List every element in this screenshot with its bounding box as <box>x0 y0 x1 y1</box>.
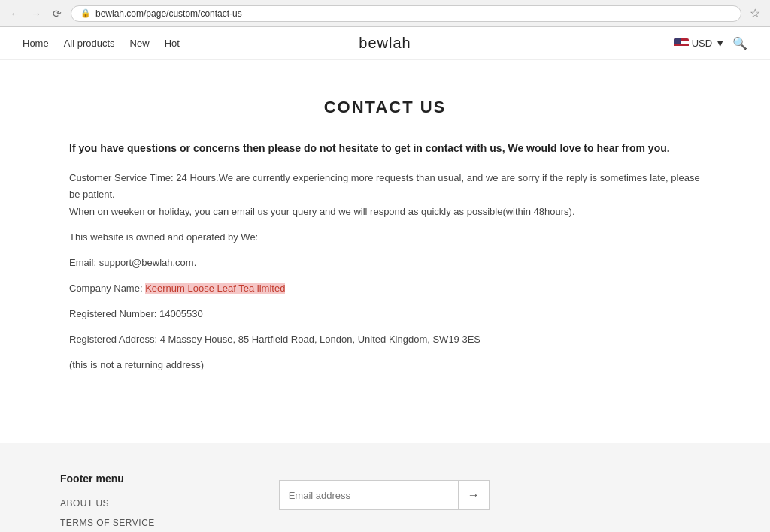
site-logo[interactable]: bewlah <box>359 35 411 52</box>
url-text: bewlah.com/page/custom/contact-us <box>95 8 242 19</box>
nav-all-products[interactable]: All products <box>64 38 115 49</box>
company-highlight: Keernum Loose Leaf Tea limited <box>145 283 285 294</box>
ownership-text: This website is owned and operated by We… <box>69 229 701 246</box>
email-form: → <box>279 480 490 510</box>
footer-menu-item[interactable]: ABOUT US <box>60 498 109 509</box>
footer-menu: Footer menu ABOUT USTERMS OF SERVICEINTE… <box>60 473 219 532</box>
registered-address-text: Registered Address: 4 Massey House, 85 H… <box>69 331 701 348</box>
footer-menu-title: Footer menu <box>60 473 219 485</box>
registered-number-text: Registered Number: 14005530 <box>69 306 701 322</box>
newsletter-section: → <box>279 473 490 510</box>
customer-service-line1: Customer Service Time: 24 Hours.We are c… <box>69 172 700 200</box>
page-title: CONTACT US <box>69 98 701 117</box>
footer-menu-item[interactable]: TERMS OF SERVICE <box>60 518 155 528</box>
footer: Footer menu ABOUT USTERMS OF SERVICEINTE… <box>0 443 770 532</box>
not-returning-text: (this is not a returning address) <box>69 357 701 373</box>
search-button[interactable]: 🔍 <box>732 36 747 50</box>
customer-service-text: Customer Service Time: 24 Hours.We are c… <box>69 170 701 219</box>
address-bar[interactable]: 🔒 bewlah.com/page/custom/contact-us <box>71 5 741 22</box>
nav-left: Home All products New Hot <box>23 38 180 49</box>
bookmark-button[interactable]: ☆ <box>747 6 762 21</box>
email-submit-button[interactable]: → <box>458 481 489 509</box>
nav-new[interactable]: New <box>130 38 150 49</box>
currency-chevron-icon: ▼ <box>715 38 725 49</box>
currency-label: USD <box>692 38 712 49</box>
nav-hot[interactable]: Hot <box>165 38 180 49</box>
back-button[interactable]: ← <box>8 6 23 21</box>
main-content: CONTACT US If you have questions or conc… <box>47 60 723 443</box>
company-label: Company Name: <box>69 283 145 294</box>
us-flag-icon <box>674 38 689 49</box>
footer-menu-list: ABOUT USTERMS OF SERVICEINTELLECTUAL PRO… <box>60 497 219 532</box>
intro-text: If you have questions or concerns then p… <box>69 140 701 156</box>
footer-inner: Footer menu ABOUT USTERMS OF SERVICEINTE… <box>60 473 710 532</box>
email-input[interactable] <box>280 481 458 509</box>
customer-service-line2: When on weeken or holiday, you can email… <box>69 206 575 217</box>
site-nav: Home All products New Hot bewlah USD ▼ 🔍 <box>0 27 770 60</box>
forward-button[interactable]: → <box>29 6 44 21</box>
lock-icon: 🔒 <box>80 8 91 18</box>
refresh-button[interactable]: ⟳ <box>50 6 65 21</box>
company-name-text: Company Name: Keernum Loose Leaf Tea lim… <box>69 280 701 297</box>
nav-right: USD ▼ 🔍 <box>674 36 747 50</box>
nav-home[interactable]: Home <box>23 38 49 49</box>
email-text: Email: support@bewlah.com. <box>69 255 701 271</box>
currency-selector[interactable]: USD ▼ <box>674 38 725 49</box>
browser-chrome: ← → ⟳ 🔒 bewlah.com/page/custom/contact-u… <box>0 0 770 27</box>
